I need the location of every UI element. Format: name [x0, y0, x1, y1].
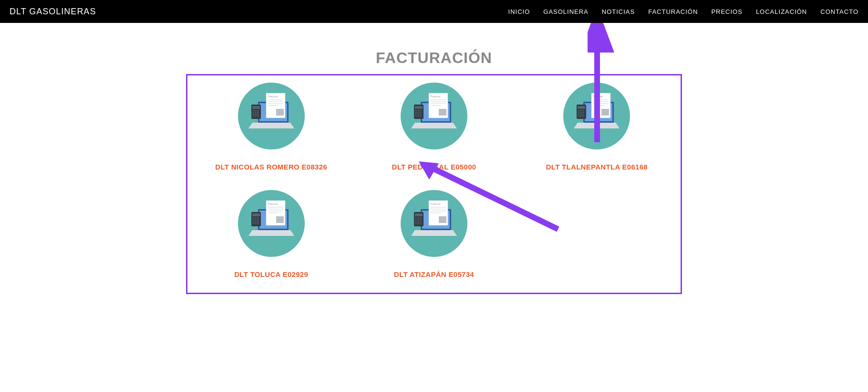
svg-text:Factura: Factura [431, 202, 441, 205]
svg-rect-12 [252, 106, 260, 109]
svg-rect-68 [580, 114, 582, 115]
svg-rect-24 [257, 116, 259, 117]
nav-link-inicio[interactable]: INICIO [508, 8, 530, 15]
invoice-laptop-icon: Factura [238, 83, 305, 149]
svg-rect-88 [252, 219, 254, 221]
invoice-laptop-icon: Factura [238, 190, 305, 257]
svg-rect-41 [417, 112, 419, 113]
svg-marker-123 [589, 23, 606, 37]
svg-rect-110 [417, 217, 419, 219]
svg-rect-10 [276, 109, 284, 116]
svg-rect-16 [252, 112, 254, 113]
nav-link-noticias[interactable]: NOTICIAS [602, 8, 635, 15]
station-card[interactable]: Factura DLT NICOLAS ROMERO [197, 83, 345, 171]
station-label: DLT PEDREGAL E05000 [392, 163, 476, 171]
svg-text:Factura: Factura [431, 95, 441, 98]
station-label: DLT ATIZAPÁN E05734 [394, 270, 474, 278]
svg-rect-95 [255, 223, 257, 224]
svg-rect-70 [578, 116, 579, 117]
svg-rect-92 [255, 221, 257, 222]
svg-rect-13 [252, 110, 254, 111]
facturacion-annotation-box: Factura DLT NICOLAS ROMERO [186, 74, 682, 294]
svg-rect-39 [420, 110, 422, 111]
svg-rect-38 [417, 110, 419, 111]
station-label: DLT TOLUCA E02929 [234, 270, 308, 278]
svg-rect-93 [257, 221, 259, 222]
svg-text:Factura: Factura [268, 202, 278, 205]
svg-rect-117 [420, 221, 422, 222]
svg-rect-58 [601, 109, 609, 116]
svg-text:Factura: Factura [593, 95, 603, 98]
invoice-laptop-icon: Factura [401, 83, 467, 149]
svg-rect-89 [255, 219, 257, 221]
svg-rect-37 [415, 110, 417, 111]
svg-rect-71 [580, 116, 582, 117]
svg-rect-36 [415, 106, 423, 109]
svg-rect-40 [415, 112, 417, 113]
svg-rect-63 [582, 110, 584, 111]
svg-rect-67 [578, 114, 579, 115]
svg-rect-113 [417, 219, 419, 221]
svg-rect-15 [257, 110, 259, 111]
svg-rect-14 [255, 110, 257, 111]
svg-rect-61 [578, 110, 579, 111]
nav-link-localizacion[interactable]: LOCALIZACIÓN [756, 8, 807, 15]
svg-marker-75 [248, 230, 294, 236]
svg-rect-62 [580, 110, 582, 111]
invoice-laptop-icon: Factura [563, 83, 630, 149]
navbar: DLT GASOLINERAS INICIO GASOLINERA NOTICI… [0, 0, 868, 23]
svg-rect-19 [252, 114, 254, 115]
svg-rect-118 [415, 223, 417, 224]
svg-rect-96 [257, 223, 259, 224]
svg-rect-17 [255, 112, 257, 113]
svg-rect-66 [582, 112, 584, 113]
nav-links: INICIO GASOLINERA NOTICIAS FACTURACIÓN P… [508, 8, 858, 15]
svg-rect-112 [415, 219, 417, 221]
station-card[interactable]: Factura DLT TLALNEPANTLA E0 [523, 83, 671, 171]
svg-rect-47 [417, 116, 419, 117]
svg-marker-99 [411, 230, 457, 236]
station-label: DLT NICOLAS ROMERO E08326 [215, 163, 327, 171]
svg-rect-90 [257, 219, 259, 221]
nav-link-contacto[interactable]: CONTACTO [820, 8, 858, 15]
svg-rect-119 [417, 223, 419, 224]
svg-rect-94 [252, 223, 254, 224]
svg-text:Factura: Factura [268, 95, 278, 98]
svg-marker-51 [574, 123, 620, 128]
brand-title[interactable]: DLT GASOLINERAS [10, 7, 96, 17]
svg-rect-82 [276, 216, 284, 223]
nav-link-precios[interactable]: PRECIOS [711, 8, 743, 15]
station-card[interactable]: Factura DLT ATIZAPÁN E05734 [360, 190, 508, 278]
svg-rect-42 [420, 112, 422, 113]
svg-rect-44 [417, 114, 419, 115]
svg-rect-109 [415, 217, 417, 219]
svg-rect-84 [252, 213, 260, 216]
svg-rect-116 [417, 221, 419, 222]
svg-rect-111 [420, 217, 422, 219]
station-card[interactable]: Factura DLT PEDREGAL E05000 [360, 83, 508, 171]
svg-rect-85 [252, 217, 254, 219]
svg-rect-114 [420, 219, 422, 221]
svg-rect-18 [257, 112, 259, 113]
svg-marker-27 [411, 123, 457, 128]
svg-rect-45 [420, 114, 422, 115]
nav-link-facturacion[interactable]: FACTURACIÓN [648, 8, 698, 15]
svg-rect-115 [415, 221, 417, 222]
page-title: FACTURACIÓN [0, 49, 868, 67]
svg-rect-108 [415, 213, 423, 216]
station-label: DLT TLALNEPANTLA E06168 [546, 163, 648, 171]
svg-rect-34 [439, 109, 446, 116]
svg-rect-20 [255, 114, 257, 115]
svg-rect-72 [582, 116, 584, 117]
svg-rect-43 [415, 114, 417, 115]
svg-rect-65 [580, 112, 582, 113]
invoice-laptop-icon: Factura [401, 190, 467, 257]
station-card[interactable]: Factura DLT TOLUCA E02929 [197, 190, 345, 278]
station-grid: Factura DLT NICOLAS ROMERO [197, 83, 671, 278]
svg-rect-106 [439, 216, 446, 223]
svg-rect-64 [578, 112, 579, 113]
svg-rect-86 [255, 217, 257, 219]
svg-marker-2 [248, 123, 294, 128]
svg-rect-91 [252, 221, 254, 222]
nav-link-gasolinera[interactable]: GASOLINERA [543, 8, 589, 15]
